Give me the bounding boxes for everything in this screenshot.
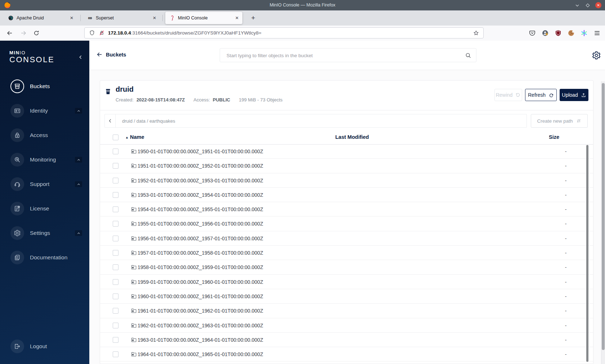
sidebar-item-license[interactable]: License (0, 196, 89, 221)
table-row[interactable]: 1954-01-01T00:00:00.000Z_1955-01-01T00:0… (100, 202, 593, 217)
table-row[interactable]: 1963-01-01T00:00:00.000Z_1964-01-01T00:0… (100, 333, 593, 347)
url-bar[interactable]: 172.18.0.4:31664/buckets/druid/browse/ZG… (84, 27, 484, 38)
documentation-icon (10, 251, 24, 264)
new-tab-button[interactable]: + (248, 13, 258, 23)
window-minimize-icon[interactable] (574, 3, 580, 8)
column-header-size[interactable]: Size (549, 134, 559, 140)
menu-icon[interactable] (593, 29, 601, 37)
table-row[interactable]: 1961-01-01T00:00:00.000Z_1962-01-01T00:0… (100, 304, 593, 318)
sidebar-item-label: Access (30, 132, 48, 138)
row-checkbox[interactable] (113, 323, 118, 328)
tab-close-icon[interactable]: ✕ (153, 15, 156, 21)
table-row[interactable]: 1957-01-01T00:00:00.000Z_1958-01-01T00:0… (100, 246, 593, 260)
object-size: - (561, 294, 570, 299)
window-maximize-icon[interactable] (585, 3, 591, 8)
folder-icon (131, 163, 137, 169)
object-name: 1951-01-01T00:00:00.000Z_1952-01-01T00:0… (138, 163, 263, 169)
row-checkbox[interactable] (113, 178, 118, 183)
chevron-up-icon[interactable] (75, 230, 82, 236)
row-checkbox[interactable] (113, 351, 118, 357)
page-scrollbar-thumb[interactable] (602, 83, 605, 350)
settings-gear-icon[interactable] (592, 51, 601, 60)
sidebar-collapse-icon[interactable] (78, 54, 84, 60)
row-checkbox[interactable] (113, 192, 118, 198)
tab-close-icon[interactable]: ✕ (235, 15, 239, 21)
row-checkbox[interactable] (113, 337, 118, 343)
row-checkbox[interactable] (113, 264, 118, 270)
tab-minio-console[interactable]: MinIO Console ✕ (165, 12, 242, 24)
tab-label: Apache Druid (17, 15, 44, 21)
sidebar-item-buckets[interactable]: Buckets (0, 74, 89, 99)
table-row[interactable]: 1955-01-01T00:00:00.000Z_1956-01-01T00:0… (100, 217, 593, 231)
rewind-button[interactable]: Rewind (494, 89, 522, 101)
sidebar-item-logout[interactable]: Logout (0, 334, 89, 359)
forward-icon[interactable] (20, 30, 27, 36)
table-row[interactable]: 1950-01-01T00:00:00.000Z_1951-01-01T00:0… (100, 144, 593, 159)
back-to-buckets-link[interactable]: Buckets (97, 51, 126, 58)
chevron-up-icon[interactable] (75, 157, 82, 163)
chevron-up-icon[interactable] (75, 108, 82, 114)
table-row[interactable]: 1951-01-01T00:00:00.000Z_1952-01-01T00:0… (100, 159, 593, 173)
bookmark-star-icon[interactable] (473, 30, 479, 36)
folder-icon (131, 177, 137, 183)
row-checkbox[interactable] (113, 308, 118, 314)
tracking-shield-icon[interactable] (89, 30, 95, 36)
tab-apache-druid[interactable]: Apache Druid ✕ (4, 12, 77, 24)
row-checkbox[interactable] (113, 206, 118, 212)
refresh-button[interactable]: Refresh (525, 89, 557, 101)
sidebar-item-access[interactable]: Access (0, 123, 89, 147)
filter-objects-search (220, 48, 476, 62)
pocket-icon[interactable] (529, 29, 536, 37)
object-name: 1958-01-01T00:00:00.000Z_1959-01-01T00:0… (138, 264, 263, 270)
insecure-lock-icon[interactable] (99, 30, 105, 36)
ublock-shield-icon[interactable] (555, 29, 562, 37)
sidebar-item-identity[interactable]: Identity (0, 99, 89, 123)
folder-icon (131, 337, 137, 343)
sidebar-item-settings[interactable]: Settings (0, 221, 89, 245)
druid-favicon (8, 15, 14, 21)
table-row[interactable]: 1956-01-01T00:00:00.000Z_1957-01-01T00:0… (100, 231, 593, 246)
column-header-name[interactable]: Name (130, 134, 144, 140)
select-all-checkbox[interactable] (113, 135, 118, 140)
row-checkbox[interactable] (113, 250, 118, 256)
sidebar-nav: BucketsIdentityAccessMonitoringSupportLi… (0, 74, 89, 270)
window-titlebar: MinIO Console — Mozilla Firefox ✕ (0, 0, 605, 10)
tab-superset[interactable]: ∞ Superset ✕ (83, 12, 160, 24)
sidebar-item-documentation[interactable]: Documentation (0, 245, 89, 270)
chevron-up-icon[interactable] (75, 181, 82, 187)
sidebar-item-monitoring[interactable]: Monitoring (0, 147, 89, 172)
table-row[interactable]: 1962-01-01T00:00:00.000Z_1963-01-01T00:0… (100, 318, 593, 333)
table-row[interactable]: 1952-01-01T00:00:00.000Z_1953-01-01T00:0… (100, 173, 593, 188)
row-checkbox[interactable] (113, 294, 118, 299)
extensions-asterisk-icon[interactable] (581, 29, 588, 37)
table-row[interactable]: 1959-01-01T00:00:00.000Z_1960-01-01T00:0… (100, 275, 593, 289)
account-icon[interactable] (542, 29, 549, 37)
bucket-summary: druid Created:2022-08-15T14:08:47ZAccess… (100, 81, 593, 110)
object-size: - (561, 149, 570, 154)
table-row[interactable]: 1953-01-01T00:00:00.000Z_1954-01-01T00:0… (100, 188, 593, 202)
row-checkbox[interactable] (113, 221, 118, 227)
row-checkbox[interactable] (113, 163, 118, 169)
page-scrollbar[interactable] (601, 81, 605, 364)
sidebar-item-support[interactable]: Support (0, 172, 89, 196)
cookie-icon[interactable] (568, 29, 575, 37)
window-close-button[interactable]: ✕ (595, 2, 601, 8)
table-row[interactable]: 1964-01-01T00:00:00.000Z_1965-01-01T00:0… (100, 347, 593, 361)
table-row[interactable]: 1960-01-01T00:00:00.000Z_1961-01-01T00:0… (100, 289, 593, 304)
create-new-path-button[interactable]: Create new path (531, 114, 588, 128)
upload-button[interactable]: Upload (560, 89, 588, 101)
folder-icon (131, 220, 137, 227)
table-row[interactable]: 1958-01-01T00:00:00.000Z_1959-01-01T00:0… (100, 260, 593, 274)
row-checkbox[interactable] (113, 236, 118, 241)
search-input[interactable] (226, 49, 458, 63)
column-header-last-modified[interactable]: Last Modified (335, 134, 369, 140)
row-checkbox[interactable] (113, 279, 118, 285)
tab-close-icon[interactable]: ✕ (70, 15, 73, 21)
table-scrollbar[interactable] (586, 145, 588, 362)
reload-icon[interactable] (33, 30, 40, 36)
rewind-icon (515, 92, 521, 98)
breadcrumb[interactable]: druid / data / earthquakes (122, 118, 175, 124)
row-checkbox[interactable] (113, 149, 118, 154)
back-icon[interactable] (6, 30, 13, 36)
path-back-button[interactable] (105, 114, 116, 127)
